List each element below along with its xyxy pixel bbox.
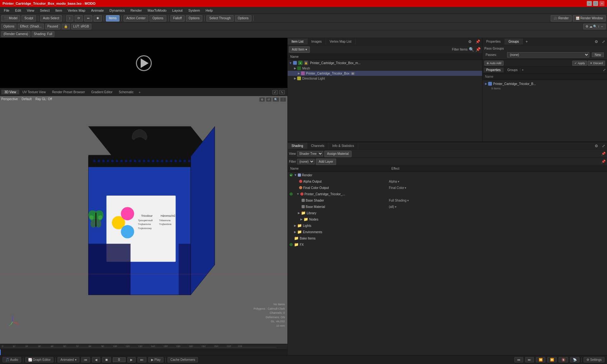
- options2-button[interactable]: Options: [186, 15, 202, 21]
- menu-select[interactable]: Select: [37, 8, 52, 13]
- close-button[interactable]: ×: [599, 1, 604, 6]
- stop-button[interactable]: ⏹: [102, 357, 111, 362]
- auto-add-button[interactable]: ⊕ Auto Add: [484, 61, 504, 66]
- menu-animate[interactable]: Animate: [89, 8, 106, 13]
- menu-maxtomode[interactable]: MaxToModo: [145, 8, 169, 13]
- shade-row-base-material[interactable]: Base Material (all) ▾: [288, 203, 607, 210]
- baseshader-dropdown-icon[interactable]: ▾: [407, 199, 409, 202]
- shade-row-alpha[interactable]: Alpha Output Alpha ▾: [288, 178, 607, 185]
- default-label[interactable]: Default: [21, 97, 32, 101]
- add-layer-button[interactable]: Add Layer: [316, 159, 336, 165]
- pg-new-button[interactable]: New: [592, 52, 604, 57]
- menu-vertex-map[interactable]: Vertex Map: [65, 8, 88, 13]
- select-through-button[interactable]: Select Through: [206, 15, 234, 21]
- paused-button[interactable]: Paused: [45, 24, 60, 29]
- visibility-icon[interactable]: ●: [298, 61, 303, 65]
- lock-icon[interactable]: 🔒: [304, 61, 308, 65]
- alpha-dropdown-icon[interactable]: ▾: [398, 180, 399, 183]
- window-controls[interactable]: − □ ×: [587, 1, 604, 6]
- lut-button[interactable]: LUT: sRGB: [71, 24, 91, 29]
- skip-start-button[interactable]: ⏮: [81, 357, 90, 362]
- shade-row-base-shader[interactable]: Base Shader Full Shading ▾: [288, 197, 607, 203]
- transform-btn1[interactable]: ↕: [66, 15, 73, 21]
- transform-btn2[interactable]: ⟳: [75, 15, 83, 21]
- shade-row-fx[interactable]: 📁 FX: [288, 241, 607, 248]
- tab-groups-groups[interactable]: Groups: [505, 68, 521, 72]
- settings-button[interactable]: ⚙ Settings: [584, 357, 604, 362]
- effect-button[interactable]: Effect: (Shadi...: [18, 24, 44, 29]
- transform-btn4[interactable]: ✱: [94, 15, 102, 21]
- tab-vertex-map-list[interactable]: Vertex Map List: [326, 39, 356, 45]
- tab-uv-texture[interactable]: UV Texture View: [19, 90, 49, 94]
- render-button[interactable]: 🎥 Render: [551, 15, 572, 21]
- shade-row-material[interactable]: ▼ Printer_Cartridge_Tricolor_...: [288, 191, 607, 197]
- next-frame-button[interactable]: ▶: [127, 357, 136, 362]
- transport-icon2[interactable]: ⏭: [525, 357, 534, 362]
- render-window-button[interactable]: 🪟 Render Window: [573, 15, 606, 21]
- pg-expand-icon[interactable]: ⤢: [600, 39, 607, 44]
- filter-pin-icon[interactable]: 📌: [475, 47, 481, 52]
- lock-button[interactable]: 🔒: [62, 24, 70, 29]
- tab-channels[interactable]: Channels: [307, 143, 328, 149]
- transform-btn3[interactable]: ⇔: [84, 15, 92, 21]
- action-center-button[interactable]: Action Center: [124, 15, 149, 21]
- groups-expand-icon[interactable]: ⤢: [603, 68, 606, 72]
- tab-groups[interactable]: Groups: [505, 39, 523, 45]
- transport-icon5[interactable]: 🔇: [559, 357, 568, 362]
- tab-groups-properties[interactable]: Properties: [484, 68, 504, 72]
- discard-button[interactable]: ✕ Discard: [588, 61, 605, 66]
- shade-row-lights[interactable]: ▶ 📁 Lights: [288, 222, 607, 229]
- item-list-settings-icon[interactable]: ⚙: [466, 39, 474, 44]
- tab-schematic[interactable]: Schematic: [116, 90, 137, 94]
- play-button[interactable]: [136, 55, 152, 71]
- shader-tree-select[interactable]: Shader Tree: [297, 151, 323, 156]
- cache-deformers-button[interactable]: Cache Deformers: [168, 357, 198, 362]
- prev-frame-button[interactable]: ◀: [92, 357, 100, 362]
- pg-add-icon[interactable]: +: [524, 39, 529, 44]
- audio-button[interactable]: 🎵 Audio: [3, 357, 21, 362]
- tree-item-light[interactable]: ▶ Directional Light: [288, 76, 482, 81]
- shade-row-library[interactable]: ▶ 📁 Library: [288, 210, 607, 216]
- pg-settings-icon[interactable]: ⚙: [593, 39, 600, 44]
- tab-item-list[interactable]: Item List: [288, 39, 308, 45]
- play-button-status[interactable]: ▶ Play: [148, 357, 163, 362]
- menu-edit[interactable]: Edit: [13, 8, 24, 13]
- tab-shading[interactable]: Shading: [288, 143, 307, 149]
- layer-pin-icon[interactable]: 📌: [601, 160, 606, 164]
- 3d-viewport[interactable]: Perspective Default Ray GL: Off ⚙ ↺ 🔍 ⋮: [0, 96, 287, 344]
- add-item-button[interactable]: Add Item ▾: [289, 46, 310, 53]
- shade-row-environments[interactable]: ▶ 📁 Environments: [288, 229, 607, 235]
- shade-row-nodes[interactable]: ▶ 📁 Nodes: [288, 216, 607, 222]
- filter-select[interactable]: (none): [297, 159, 315, 164]
- shading-full-button[interactable]: Shading: Full: [32, 31, 54, 37]
- options1-button[interactable]: Options: [150, 15, 166, 21]
- filter-search-icon[interactable]: 🔍: [469, 47, 474, 52]
- perspective-label[interactable]: Perspective: [1, 97, 18, 101]
- pg-passes-select[interactable]: (none): [507, 52, 589, 58]
- basematerial-dropdown-icon[interactable]: ▾: [395, 205, 396, 209]
- groups-tree-item-main[interactable]: ▶ Printer_Cartridge_Tricolor_B...: [484, 81, 606, 86]
- apply-button[interactable]: ✓ Apply: [572, 61, 587, 66]
- vp-rotate-icon[interactable]: ↺: [266, 97, 272, 102]
- tab-images[interactable]: Images: [308, 39, 326, 45]
- add-tab-button[interactable]: +: [137, 90, 143, 95]
- vp-settings-icon[interactable]: ⚙: [259, 97, 265, 102]
- icons-button[interactable]: ⚙ ☁ 🔍 ↕ ↔: [583, 24, 606, 29]
- tab-info-statistics[interactable]: Info & Statistics: [328, 143, 358, 149]
- animated-button[interactable]: Animated ▾: [58, 357, 79, 362]
- menu-system[interactable]: System: [186, 8, 203, 13]
- sculpt-button[interactable]: Sculpt: [21, 15, 36, 21]
- frame-input[interactable]: [113, 357, 126, 362]
- maximize-button[interactable]: □: [593, 1, 598, 6]
- transport-icon3[interactable]: ⏪: [536, 357, 545, 362]
- viewport-collapse-button[interactable]: ⤡: [279, 90, 285, 94]
- tree-item-mesh[interactable]: ▶ Mesh: [288, 66, 482, 71]
- shade-row-render[interactable]: ● ▼ Render: [288, 172, 607, 178]
- item-list-pin-icon[interactable]: 📌: [474, 39, 482, 44]
- transport-icon1[interactable]: ⏮: [514, 357, 523, 362]
- menu-item[interactable]: Item: [53, 8, 64, 13]
- viewport-expand-button[interactable]: ⤢: [272, 90, 278, 94]
- tab-gradient-editor[interactable]: Gradient Editor: [88, 90, 116, 94]
- menu-render[interactable]: Render: [128, 8, 144, 13]
- shade-row-bake-items[interactable]: 📁 Bake Items: [288, 235, 607, 241]
